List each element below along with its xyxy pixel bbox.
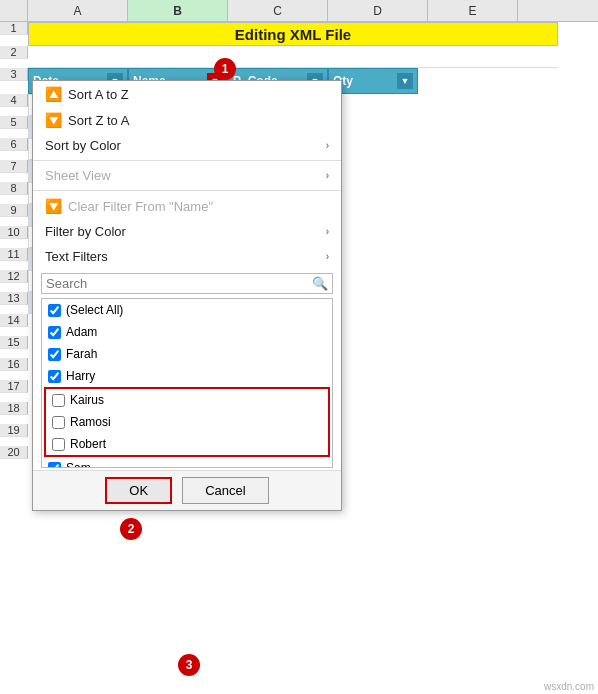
cb-farah-label: Farah xyxy=(66,347,97,361)
menu-sort-color[interactable]: Sort by Color › xyxy=(33,133,341,158)
watermark: wsxdn.com xyxy=(544,681,594,692)
menu-sort-za-label: Sort Z to A xyxy=(68,113,129,128)
spreadsheet: A B C D E 1 2 3 4 5 6 7 8 9 10 11 12 13 … xyxy=(0,0,598,694)
menu-clear-filter: 🔽 Clear Filter From "Name" xyxy=(33,193,341,219)
search-box[interactable]: 🔍 xyxy=(41,273,333,294)
unchecked-group: Kairus Ramosi Robert xyxy=(44,387,330,457)
menu-filter-color[interactable]: Filter by Color › xyxy=(33,219,341,244)
filter-dropdown-panel: 🔼 Sort A to Z 🔽 Sort Z to A Sort by Colo… xyxy=(32,80,342,511)
row-14: 14 xyxy=(0,314,28,327)
cb-harry-label: Harry xyxy=(66,369,95,383)
cb-select-all[interactable]: (Select All) xyxy=(42,299,332,321)
search-input[interactable] xyxy=(46,276,312,291)
cb-farah[interactable]: Farah xyxy=(42,343,332,365)
th-qty-dropdown[interactable]: ▼ xyxy=(397,73,413,89)
cb-select-all-input[interactable] xyxy=(48,304,61,317)
cb-robert-input[interactable] xyxy=(52,438,65,451)
row-3: 3 xyxy=(0,68,28,81)
sort-color-arrow-icon: › xyxy=(326,140,329,151)
menu-clear-filter-label: Clear Filter From "Name" xyxy=(68,199,213,214)
sheet-view-arrow-icon: › xyxy=(326,170,329,181)
sort-az-icon: 🔼 xyxy=(45,86,62,102)
cb-robert[interactable]: Robert xyxy=(46,433,328,455)
page-title: Editing XML File xyxy=(235,26,351,43)
row-5: 5 xyxy=(0,116,28,129)
cancel-button[interactable]: Cancel xyxy=(182,477,268,504)
row-13: 13 xyxy=(0,292,28,305)
cb-sam-label: Sam xyxy=(66,461,91,468)
filter-icon: 🔽 xyxy=(45,198,62,214)
cb-select-all-label: (Select All) xyxy=(66,303,123,317)
cb-adam[interactable]: Adam xyxy=(42,321,332,343)
badge-3: 3 xyxy=(178,654,200,676)
row-10: 10 xyxy=(0,226,28,239)
cb-harry-input[interactable] xyxy=(48,370,61,383)
cb-adam-label: Adam xyxy=(66,325,97,339)
menu-sort-az-label: Sort A to Z xyxy=(68,87,129,102)
row-1: 1 xyxy=(0,22,28,35)
cb-ramosi-input[interactable] xyxy=(52,416,65,429)
divider-1 xyxy=(33,160,341,161)
cb-robert-label: Robert xyxy=(70,437,106,451)
row-9: 9 xyxy=(0,204,28,217)
search-icon: 🔍 xyxy=(312,276,328,291)
checkbox-list[interactable]: (Select All) Adam Farah Harry Kairus xyxy=(41,298,333,468)
menu-sheet-view[interactable]: Sheet View › xyxy=(33,163,341,188)
menu-text-filters[interactable]: Text Filters › xyxy=(33,244,341,269)
menu-sort-color-label: Sort by Color xyxy=(45,138,121,153)
col-headers: A B C D E xyxy=(0,0,598,22)
panel-buttons: OK Cancel xyxy=(33,470,341,510)
row-16: 16 xyxy=(0,358,28,371)
row-2: 2 xyxy=(0,46,28,59)
menu-text-filters-label: Text Filters xyxy=(45,249,108,264)
cb-kairus[interactable]: Kairus xyxy=(46,389,328,411)
menu-sheet-view-label: Sheet View xyxy=(45,168,111,183)
row-6: 6 xyxy=(0,138,28,151)
col-header-d: D xyxy=(328,0,428,21)
menu-filter-color-label: Filter by Color xyxy=(45,224,126,239)
cb-kairus-input[interactable] xyxy=(52,394,65,407)
row-8: 8 xyxy=(0,182,28,195)
text-filters-arrow-icon: › xyxy=(326,251,329,262)
col-header-e: E xyxy=(428,0,518,21)
cb-ramosi[interactable]: Ramosi xyxy=(46,411,328,433)
divider-2 xyxy=(33,190,341,191)
ok-button[interactable]: OK xyxy=(105,477,172,504)
row-15: 15 xyxy=(0,336,28,349)
menu-sort-az[interactable]: 🔼 Sort A to Z xyxy=(33,81,341,107)
row-2-empty xyxy=(28,46,558,68)
menu-sort-za[interactable]: 🔽 Sort Z to A xyxy=(33,107,341,133)
col-header-a: A xyxy=(28,0,128,21)
row-4: 4 xyxy=(0,94,28,107)
cb-kairus-label: Kairus xyxy=(70,393,104,407)
row-19: 19 xyxy=(0,424,28,437)
col-header-c: C xyxy=(228,0,328,21)
badge-1: 1 xyxy=(214,58,236,80)
row-17: 17 xyxy=(0,380,28,393)
row-11: 11 xyxy=(0,248,28,261)
sort-za-icon: 🔽 xyxy=(45,112,62,128)
cb-sam[interactable]: Sam xyxy=(42,457,332,468)
cb-farah-input[interactable] xyxy=(48,348,61,361)
cb-adam-input[interactable] xyxy=(48,326,61,339)
row-18: 18 xyxy=(0,402,28,415)
col-header-b: B xyxy=(128,0,228,21)
badge-2: 2 xyxy=(120,518,142,540)
cb-sam-input[interactable] xyxy=(48,462,61,469)
row-12: 12 xyxy=(0,270,28,283)
cb-ramosi-label: Ramosi xyxy=(70,415,111,429)
title-cell: Editing XML File xyxy=(28,22,558,46)
col-header-rownum xyxy=(0,0,28,21)
row-20: 20 xyxy=(0,446,28,459)
row-7: 7 xyxy=(0,160,28,173)
filter-color-arrow-icon: › xyxy=(326,226,329,237)
cb-harry[interactable]: Harry xyxy=(42,365,332,387)
